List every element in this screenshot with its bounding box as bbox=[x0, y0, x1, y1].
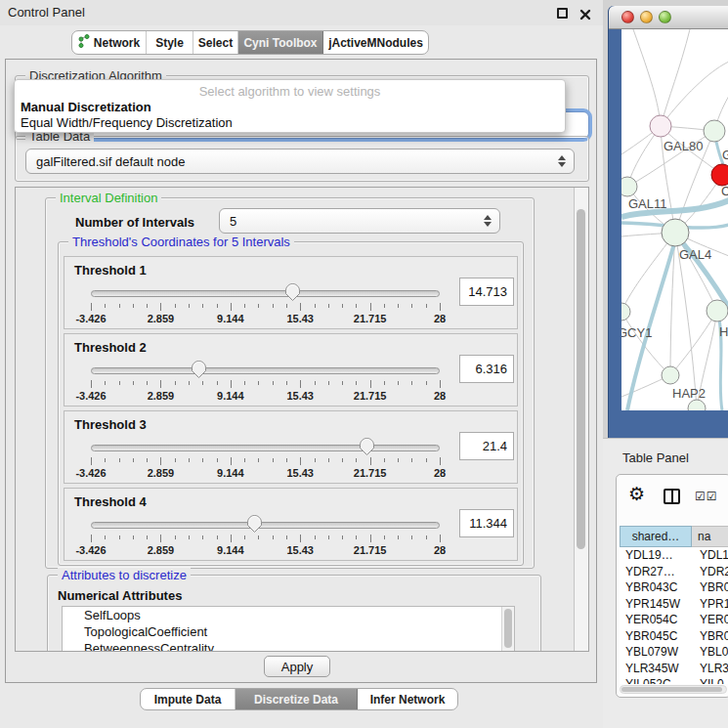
tab-style[interactable]: Style bbox=[147, 31, 193, 54]
network-node[interactable] bbox=[711, 164, 728, 186]
network-edge bbox=[670, 311, 717, 375]
apply-button[interactable]: Apply bbox=[264, 656, 330, 677]
threshold-value-input[interactable] bbox=[459, 278, 514, 306]
table-cell: YDR27… bbox=[620, 564, 692, 580]
threshold-value-input[interactable] bbox=[459, 432, 514, 460]
close-icon[interactable] bbox=[579, 7, 591, 19]
tab-jactivemnodules[interactable]: jActiveMNodules bbox=[323, 31, 428, 54]
table-column-header-1[interactable]: shared… bbox=[620, 526, 692, 547]
network-node[interactable] bbox=[704, 120, 725, 142]
table-row[interactable]: YDL19…YDL1 bbox=[620, 547, 728, 564]
table-row[interactable]: YPR145WYPR1 bbox=[620, 596, 728, 613]
slider-thumb[interactable] bbox=[359, 437, 375, 456]
tick-mark bbox=[231, 457, 232, 465]
numerical-attributes-list[interactable]: SelfLoopsTopologicalCoefficientBetweenne… bbox=[62, 606, 515, 652]
float-window-icon[interactable] bbox=[557, 8, 568, 19]
tick-mark bbox=[286, 381, 287, 385]
slider-track[interactable] bbox=[91, 290, 440, 297]
tick-label: 15.43 bbox=[286, 390, 314, 402]
tick-mark bbox=[147, 458, 148, 462]
tick-mark bbox=[202, 381, 203, 385]
attributes-list-scrollbar-thumb[interactable] bbox=[504, 609, 512, 648]
network-node[interactable] bbox=[621, 177, 637, 196]
threshold-label: Threshold 3 bbox=[74, 417, 147, 432]
tick-mark bbox=[147, 381, 148, 385]
algorithm-option-equal-width-frequency-discretization[interactable]: Equal Width/Frequency Discretization bbox=[21, 115, 233, 130]
attribute-item-selfloops[interactable]: SelfLoops bbox=[63, 607, 514, 623]
interval-definition-title: Interval Definition bbox=[56, 191, 161, 205]
table-rows: YDL19…YDL1YDR27…YDR2YBR043CYBR0YPR145WYP… bbox=[620, 547, 728, 684]
tab-select[interactable]: Select bbox=[193, 31, 238, 54]
table-row[interactable]: YBR043CYBR0 bbox=[620, 579, 728, 596]
tick-mark bbox=[175, 535, 176, 539]
table-row[interactable]: YIL052CYIL0 bbox=[620, 676, 728, 684]
number-of-intervals-combobox[interactable]: 5 bbox=[219, 208, 500, 234]
table-row[interactable]: YBL079WYBL0 bbox=[620, 644, 728, 661]
tick-mark bbox=[356, 381, 357, 385]
network-node[interactable] bbox=[688, 400, 706, 410]
tab-network[interactable]: Network bbox=[72, 31, 147, 54]
network-canvas[interactable]: GAL80GACGAL11GAL4GCY1HHAP2 bbox=[621, 29, 728, 410]
tick-mark bbox=[91, 457, 92, 465]
settings-scroll-area: Interval Definition Number of Intervals … bbox=[15, 187, 589, 652]
threshold-label: Threshold 4 bbox=[74, 494, 147, 509]
slider-track[interactable] bbox=[91, 445, 440, 451]
tick-mark bbox=[258, 381, 259, 385]
attribute-item-topologicalcoefficient[interactable]: TopologicalCoefficient bbox=[63, 623, 514, 640]
tick-mark bbox=[342, 458, 343, 462]
network-node[interactable] bbox=[707, 300, 728, 321]
slider-thumb[interactable] bbox=[284, 282, 301, 302]
threshold-value-input[interactable] bbox=[459, 355, 514, 383]
tick-mark bbox=[160, 380, 161, 388]
tick-mark bbox=[398, 304, 399, 308]
tick-mark bbox=[105, 381, 106, 385]
table-horizontal-scrollbar[interactable] bbox=[620, 685, 727, 694]
tick-mark bbox=[426, 381, 427, 385]
threshold-value-input[interactable] bbox=[459, 509, 514, 537]
tick-mark bbox=[175, 458, 176, 462]
tick-mark bbox=[189, 381, 190, 385]
tick-label: 2.859 bbox=[148, 544, 175, 556]
table-row[interactable]: YBR045CYBR0 bbox=[620, 628, 728, 645]
table-hscroll-thumb[interactable] bbox=[621, 687, 722, 692]
network-node[interactable] bbox=[621, 303, 630, 321]
tick-mark bbox=[411, 381, 412, 385]
table-data-combobox[interactable]: galFiltered.sif default node bbox=[25, 149, 575, 174]
table-row[interactable]: YER054CYER0 bbox=[620, 612, 728, 628]
tab-impute-data[interactable]: Impute Data bbox=[141, 689, 236, 709]
settings-scrollbar-thumb[interactable] bbox=[577, 209, 585, 549]
tab-infer-network[interactable]: Infer Network bbox=[358, 689, 457, 709]
network-icon bbox=[78, 34, 90, 51]
table-cell: YIL052C bbox=[620, 676, 692, 684]
algorithm-option-manual-discretization[interactable]: Manual Discretization bbox=[21, 100, 151, 114]
attributes-list-scrollbar[interactable] bbox=[501, 607, 514, 652]
tick-mark bbox=[273, 304, 274, 308]
select-columns-icon[interactable]: ☑☑ bbox=[695, 490, 718, 503]
slider-track[interactable] bbox=[91, 522, 440, 529]
split-pane-icon[interactable] bbox=[664, 489, 680, 504]
network-node[interactable] bbox=[650, 115, 671, 137]
slider-track[interactable] bbox=[91, 367, 440, 374]
slider-thumb[interactable] bbox=[191, 360, 207, 379]
tick-mark bbox=[91, 303, 92, 311]
network-node[interactable] bbox=[662, 219, 689, 246]
tick-mark bbox=[370, 535, 371, 542]
tab-discretize-data[interactable]: Discretize Data bbox=[236, 689, 358, 709]
threshold-panel-2: Threshold 2-3.4262.8599.14415.4321.71528 bbox=[64, 333, 518, 407]
table-column-header-2[interactable]: na bbox=[692, 526, 728, 547]
settings-vertical-scrollbar[interactable] bbox=[574, 188, 588, 651]
gear-icon[interactable]: ⚙ bbox=[628, 485, 645, 503]
table-row[interactable]: YDR27…YDR2 bbox=[620, 564, 728, 580]
tab-cyni-toolbox[interactable]: Cyni Toolbox bbox=[238, 31, 323, 54]
table-row[interactable]: YLR345WYLR3 bbox=[620, 661, 728, 677]
minimize-traffic-light-icon[interactable] bbox=[640, 11, 653, 23]
tick-label: 15.43 bbox=[286, 544, 314, 556]
tick-label: 28 bbox=[434, 313, 446, 324]
network-node[interactable] bbox=[662, 366, 679, 384]
tick-label: -3.426 bbox=[75, 390, 106, 402]
slider-thumb[interactable] bbox=[246, 514, 263, 534]
zoom-traffic-light-icon[interactable] bbox=[659, 11, 671, 23]
attribute-item-betweennesscentrality[interactable]: BetweennessCentrality bbox=[63, 640, 514, 652]
tick-mark bbox=[189, 535, 190, 539]
close-traffic-light-icon[interactable] bbox=[621, 11, 634, 23]
